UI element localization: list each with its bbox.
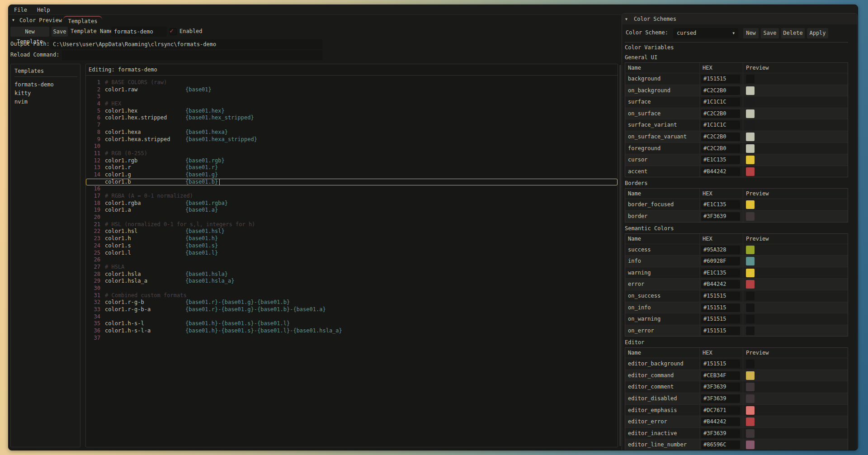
editor-line[interactable]: 13color1.r{base01.r}: [86, 164, 618, 171]
editor-line[interactable]: 7: [86, 122, 618, 129]
hex-input[interactable]: #C2C2B0: [701, 144, 740, 153]
color-swatch[interactable]: [746, 280, 755, 289]
color-swatch[interactable]: [746, 360, 755, 368]
editor-line[interactable]: 23color1.h{base01.h}: [86, 235, 618, 242]
color-swatch[interactable]: [746, 327, 755, 335]
scheme-new-button[interactable]: New: [743, 28, 759, 38]
collapse-arrow-icon[interactable]: ▼: [12, 19, 14, 22]
menu-item-help[interactable]: Help: [37, 7, 50, 13]
color-swatch[interactable]: [746, 303, 755, 312]
hex-input[interactable]: #3F3639: [701, 394, 740, 403]
editor-line[interactable]: 30: [86, 285, 618, 292]
editor-line[interactable]: 17# RGBA (A = 0-1 normalized): [86, 193, 618, 200]
editor-line[interactable]: 14color1.g{base01.g}: [86, 171, 618, 179]
color-swatch[interactable]: [746, 417, 755, 426]
color-schemes-header[interactable]: ▼ Color Schemes: [622, 14, 857, 24]
color-swatch[interactable]: [746, 200, 755, 209]
editor-line[interactable]: 3: [86, 93, 618, 100]
hex-input[interactable]: #151515: [701, 327, 740, 335]
color-swatch[interactable]: [746, 429, 755, 438]
hex-input[interactable]: #C2C2B0: [701, 109, 740, 118]
hex-input[interactable]: #1C1C1C: [701, 121, 740, 129]
editor-line[interactable]: 8color1.hexa{base01.hexa}: [86, 129, 618, 136]
hex-input[interactable]: #86596C: [701, 441, 740, 449]
color-swatch[interactable]: [746, 315, 755, 323]
editor-line[interactable]: 5color1.hex{base01.hex}: [86, 108, 618, 115]
editor-line[interactable]: 18color1.rgba{base01.rgba}: [86, 200, 618, 207]
editor-line[interactable]: 25color1.l{base01.l}: [86, 250, 618, 257]
editor-line[interactable]: 34: [86, 313, 618, 321]
hex-input[interactable]: #1C1C1C: [701, 98, 740, 106]
enabled-checkbox[interactable]: ✓: [170, 28, 177, 35]
color-swatch[interactable]: [746, 246, 755, 254]
hex-input[interactable]: #E1C135: [701, 269, 740, 277]
hex-input[interactable]: #95A328: [701, 246, 740, 254]
scheme-save-button[interactable]: Save: [761, 28, 779, 38]
color-swatch[interactable]: [746, 212, 755, 221]
editor-line[interactable]: 37: [86, 335, 618, 342]
editor-line[interactable]: 35color1.h-s-l{base01.h}-{base01.s}-{bas…: [86, 320, 618, 327]
hex-input[interactable]: #3F3639: [701, 212, 740, 221]
hex-input[interactable]: #C2C2B0: [701, 133, 740, 141]
collapse-arrow-icon[interactable]: ▼: [625, 18, 627, 21]
scheme-delete-button[interactable]: Delete: [781, 28, 805, 38]
editor-line[interactable]: 6color1.hex.stripped{base01.hex_stripped…: [86, 114, 618, 122]
template-list-item[interactable]: kitty: [14, 89, 78, 98]
editor-line[interactable]: 9color1.hexa.stripped{base01.hexa_stripp…: [86, 136, 618, 143]
hex-input[interactable]: #CEB34F: [701, 371, 740, 380]
color-swatch[interactable]: [746, 269, 755, 277]
editor-line[interactable]: 29color1.hsla_a{base01.hsla_a}: [86, 278, 618, 285]
hex-input[interactable]: #151515: [701, 303, 740, 312]
hex-input[interactable]: #DC7671: [701, 406, 740, 415]
color-swatch[interactable]: [746, 441, 755, 449]
color-scheme-combo[interactable]: cursed ▼: [673, 28, 738, 38]
color-swatch[interactable]: [746, 394, 755, 403]
editor-lines[interactable]: 1# BASE COLORS (raw)2color1.raw{base01}3…: [86, 79, 618, 341]
color-swatch[interactable]: [746, 98, 755, 106]
template-list-item[interactable]: nvim: [14, 98, 78, 106]
editor-line[interactable]: 36color1.h-s-l-a{base01.h}-{base01.s}-{b…: [86, 327, 618, 335]
color-swatch[interactable]: [746, 75, 755, 83]
scheme-apply-button[interactable]: Apply: [807, 28, 828, 38]
color-swatch[interactable]: [746, 292, 755, 300]
color-swatch[interactable]: [746, 406, 755, 415]
hex-input[interactable]: #151515: [701, 292, 740, 300]
editor-line[interactable]: 27# HSLA: [86, 264, 618, 271]
hex-input[interactable]: #3F3639: [701, 429, 740, 438]
editor-line[interactable]: 12color1.rgb{base01.rgb}: [86, 157, 618, 165]
editor-line[interactable]: 28color1.hsla{base01.hsla}: [86, 271, 618, 278]
menu-item-file[interactable]: File: [14, 7, 27, 13]
color-swatch[interactable]: [746, 167, 755, 176]
editor-line[interactable]: color1.b{base01.b}: [86, 179, 618, 186]
save-template-button[interactable]: Save: [52, 27, 68, 37]
editor-line[interactable]: 19color1.a{base01.a}: [86, 207, 618, 214]
editor-line[interactable]: 26: [86, 256, 618, 264]
editor-line[interactable]: 1# BASE COLORS (raw): [86, 79, 618, 86]
editor-line[interactable]: 4# HEX: [86, 100, 618, 108]
editor-line[interactable]: 31# Combined custom formats: [86, 292, 618, 299]
editor-line[interactable]: 24color1.s{base01.s}: [86, 242, 618, 250]
hex-input[interactable]: #151515: [701, 315, 740, 323]
template-list-item[interactable]: formats-demo: [14, 81, 78, 89]
editor-line[interactable]: 32color1.r-g-b{base01.r}-{base01.g}-{bas…: [86, 299, 618, 306]
color-swatch[interactable]: [746, 156, 755, 164]
color-swatch[interactable]: [746, 371, 755, 380]
hex-input[interactable]: #B44242: [701, 280, 740, 289]
color-swatch[interactable]: [746, 121, 755, 129]
new-template-button[interactable]: New Template: [10, 27, 49, 37]
hex-input[interactable]: #3F3639: [701, 383, 740, 391]
editor-line[interactable]: 16: [86, 185, 618, 193]
editor-line[interactable]: 2color1.raw{base01}: [86, 86, 618, 94]
editor-line[interactable]: 21# HSL (normalized 0-1 for s,l, integer…: [86, 221, 618, 228]
color-swatch[interactable]: [746, 133, 755, 141]
editor-line[interactable]: 22color1.hsl{base01.hsl}: [86, 228, 618, 235]
hex-input[interactable]: #151515: [701, 75, 740, 83]
hex-input[interactable]: #B44242: [701, 417, 740, 426]
editor-line[interactable]: 33color1.r-g-b-a{base01.r}-{base01.g}-{b…: [86, 306, 618, 313]
color-swatch[interactable]: [746, 257, 755, 265]
editor-line[interactable]: 11# RGB (0-255): [86, 150, 618, 157]
color-swatch[interactable]: [746, 144, 755, 153]
editor-line[interactable]: 10: [86, 143, 618, 150]
hex-input[interactable]: #C2C2B0: [701, 86, 740, 95]
hex-input[interactable]: #151515: [701, 360, 740, 368]
